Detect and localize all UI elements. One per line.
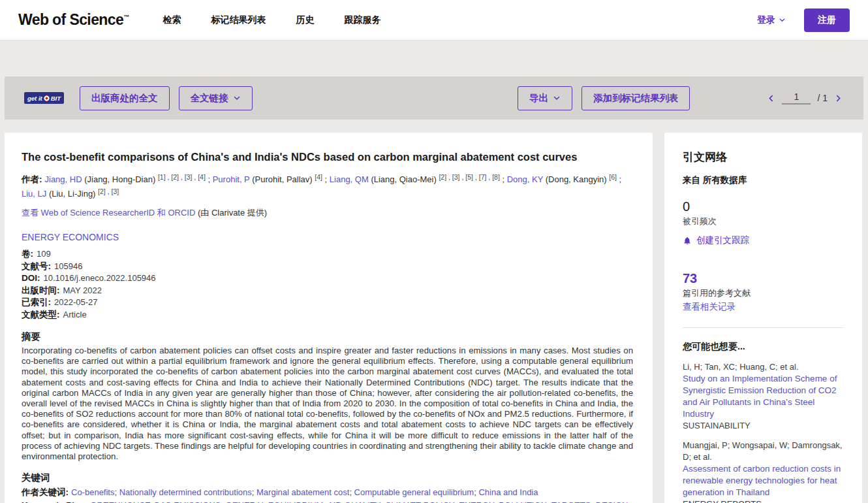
export-button[interactable]: 导出	[518, 86, 572, 110]
times-cited-count: 0	[683, 199, 844, 214]
getit-suffix: BIT	[51, 95, 61, 102]
suggestion-authors: Muangjai, P; Wongsapai, W; Damrongsak, D…	[683, 440, 844, 463]
record-pager: / 1	[767, 91, 843, 105]
toolbar-left: get it BIT 出版商处的全文 全文链接	[24, 86, 253, 110]
chevron-down-icon	[779, 16, 786, 24]
keywords-plus-list: GREENHOUSE-GAS EMISSIONS; GENERAL EQUILI…	[22, 500, 630, 503]
author-link[interactable]: Purohit, P	[213, 174, 250, 184]
authors-list: Jiang, HD (Jiang, Hong-Dian) [1] , [2] ,…	[22, 174, 621, 199]
page-total: / 1	[817, 93, 828, 103]
chevron-down-icon	[233, 94, 241, 102]
author-separator: ;	[322, 174, 330, 184]
suggestion-title-link[interactable]: Assessment of carbon reduction costs in …	[683, 463, 844, 498]
author-link[interactable]: Liang, QM	[330, 174, 369, 184]
keyword-separator: ;	[349, 487, 354, 497]
keywords-plus-line: Keywords Plus:GREENHOUSE-GAS EMISSIONS; …	[22, 500, 633, 503]
nav-item-2[interactable]: 历史	[296, 14, 315, 26]
suggestions-list: Li, H; Tan, XC; Huang, C; et al.Study on…	[683, 361, 844, 503]
metadata-value: MAY 2022	[63, 285, 102, 295]
researcher-id-link[interactable]: 查看 Web of Science ResearcherID 和 ORCID	[22, 208, 195, 218]
register-button[interactable]: 注册	[804, 8, 850, 32]
next-record-button[interactable]	[834, 94, 843, 103]
full-text-links-label: 全文链接	[191, 92, 228, 105]
trademark-symbol: ™	[123, 14, 129, 20]
suggestion-journal: ENERGY REPORTS	[683, 499, 844, 503]
web-of-science-logo[interactable]: Web of Science™	[18, 11, 129, 29]
nav-item-0[interactable]: 检索	[163, 14, 181, 26]
author-fullname: (Liu, Li-Jing)	[46, 189, 98, 199]
suggestion-authors: Li, H; Tan, XC; Huang, C; et al.	[683, 361, 844, 373]
authors-line: 作者:Jiang, HD (Jiang, Hong-Dian) [1] , [2…	[22, 172, 633, 201]
author-separator: ;	[500, 174, 507, 184]
top-header: Web of Science™ 检索标记结果列表历史跟踪服务 登录 注册	[0, 0, 868, 41]
author-keyword-link[interactable]: Computable general equilibrium	[354, 487, 474, 497]
record-toolbar: get it BIT 出版商处的全文 全文链接 导出 添加到标记结果列表 /	[5, 76, 863, 120]
create-citation-alert-link[interactable]: 创建引文跟踪	[683, 235, 844, 246]
keywords-plus-link[interactable]: ENERGY	[459, 500, 494, 503]
keywords-plus-link[interactable]: TARGETS	[551, 500, 591, 503]
author-link[interactable]: Liu, LJ	[22, 189, 46, 199]
keyword-separator: ;	[221, 500, 225, 503]
export-label: 导出	[529, 92, 548, 105]
keywords-plus-link[interactable]: GENERAL EQUILIBRIUM	[226, 500, 324, 503]
author-link[interactable]: Dong, KY	[507, 174, 543, 184]
full-text-links-button[interactable]: 全文链接	[179, 86, 253, 110]
cited-references-count[interactable]: 73	[683, 271, 844, 286]
nav-item-3[interactable]: 跟踪服务	[345, 14, 381, 26]
metadata-label: 出版时间:	[22, 285, 60, 295]
metadata-list: 卷:109文献号:105946DOI:10.1016/j.eneco.2022.…	[22, 248, 633, 321]
metadata-label: 卷:	[22, 249, 33, 259]
login-label: 登录	[757, 14, 775, 26]
times-cited-label: 被引频次	[683, 216, 844, 227]
citation-network-title: 引文网络	[683, 150, 844, 165]
create-citation-alert-label: 创建引文跟踪	[696, 235, 749, 246]
metadata-label: 文献类型:	[22, 310, 60, 319]
full-text-publisher-button[interactable]: 出版商处的全文	[80, 86, 170, 110]
view-related-records-link[interactable]: 查看相关记录	[683, 301, 844, 313]
author-keywords-label: 作者关键词:	[22, 487, 69, 497]
author-keyword-link[interactable]: China and India	[478, 487, 538, 497]
chevron-right-icon	[834, 94, 843, 103]
keywords-plus-link[interactable]: CLIMATE POLICY	[385, 500, 454, 503]
author-separator: ;	[617, 174, 621, 184]
author-keyword-link[interactable]: Nationally determined contributions	[119, 487, 252, 497]
keywords-plus-link[interactable]: DESIGN	[596, 500, 628, 503]
getit-bit-badge[interactable]: get it BIT	[24, 92, 64, 104]
suggestions-title: 您可能也想要...	[683, 341, 844, 353]
author-keywords-line: 作者关键词:Co-benefits; Nationally determined…	[22, 487, 633, 498]
cited-references-label: 篇引用的参考文献	[683, 287, 844, 299]
author-affiliation-sup: [2] , [3] , [5] , [7] , [8]	[439, 173, 499, 181]
add-to-marked-list-button[interactable]: 添加到标记结果列表	[581, 86, 690, 110]
content-area: The cost-benefit comparisons of China's …	[5, 133, 862, 503]
webofscience-record-page: Web of Science™ 检索标记结果列表历史跟踪服务 登录 注册 get…	[0, 0, 868, 503]
metadata-row: 卷:109	[22, 248, 633, 261]
previous-record-button[interactable]	[767, 94, 775, 103]
suggestion-item: Muangjai, P; Wongsapai, W; Damrongsak, D…	[683, 440, 844, 503]
toolbar-right: 导出 添加到标记结果列表 / 1	[518, 86, 844, 110]
author-affiliation-sup: [4]	[315, 173, 322, 181]
author-link[interactable]: Jiang, HD	[45, 174, 82, 184]
record-card: The cost-benefit comparisons of China's …	[5, 133, 653, 503]
suggestion-item: Li, H; Tan, XC; Huang, C; et al.Study on…	[683, 361, 844, 430]
author-keyword-link[interactable]: Co-benefits	[71, 487, 114, 497]
citation-network-source: 来自 所有数据库	[683, 174, 844, 186]
author-keyword-link[interactable]: Marginal abatement cost	[256, 487, 349, 497]
nav-item-1[interactable]: 标记结果列表	[211, 14, 266, 26]
keyword-separator: ;	[628, 500, 630, 503]
metadata-value: 109	[37, 249, 51, 259]
getit-dot-icon	[44, 95, 50, 101]
keyword-separator: ;	[380, 500, 385, 503]
metadata-label: 已索引:	[22, 297, 51, 307]
page-number-input[interactable]	[782, 91, 811, 105]
suggestion-title-link[interactable]: Study on an Implementation Scheme of Syn…	[683, 373, 844, 420]
keyword-separator: ;	[547, 500, 551, 503]
metadata-value: 10.1016/j.eneco.2022.105946	[44, 273, 156, 283]
keywords-plus-link[interactable]: AIR-QUALITY	[328, 500, 380, 503]
keyword-separator: ;	[114, 487, 119, 497]
keywords-plus-link[interactable]: GREENHOUSE-GAS EMISSIONS	[90, 500, 221, 503]
chevron-left-icon	[767, 94, 775, 103]
keywords-plus-link[interactable]: POLLUTION	[499, 500, 547, 503]
login-menu[interactable]: 登录	[757, 14, 786, 26]
journal-link[interactable]: ENERGY ECONOMICS	[22, 232, 119, 242]
keyword-separator: ;	[252, 487, 256, 497]
